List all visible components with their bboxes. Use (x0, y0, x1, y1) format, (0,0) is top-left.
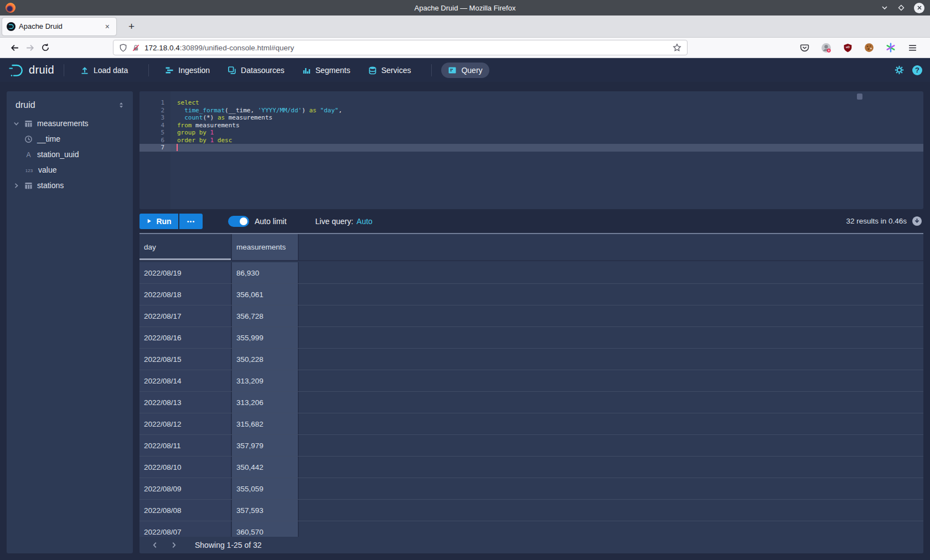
next-page-icon[interactable] (166, 538, 182, 552)
table-row: 2022/08/08357,593 (140, 500, 923, 521)
cell-day: 2022/08/16 (140, 327, 232, 348)
bookmark-star-icon[interactable] (673, 43, 681, 52)
table-row: 2022/08/12315,682 (140, 413, 923, 435)
cell-filler (299, 284, 923, 305)
nav-item-load-data[interactable]: Load data (74, 63, 135, 78)
nav-item-label: Load data (94, 66, 128, 75)
tree-item--time[interactable]: __time (7, 131, 133, 147)
url-path: :30899/unified-console.html#query (180, 44, 294, 52)
account-icon[interactable] (818, 40, 834, 55)
code-line (177, 144, 923, 152)
tree-item-value[interactable]: 123value (7, 162, 133, 178)
nav-item-label: Datasources (241, 66, 285, 75)
nav-item-query[interactable]: Query (441, 63, 489, 78)
gear-icon[interactable] (894, 65, 905, 75)
editor-scrollbar-thumb[interactable] (857, 94, 862, 100)
column-header-day[interactable]: day (140, 234, 232, 260)
live-query-value[interactable]: Auto (356, 217, 373, 226)
navigation-toolbar: 172.18.0.4:30899/unified-console.html#qu… (0, 38, 930, 58)
code-line: time_format(__time, 'YYYY/MM/dd') as "da… (177, 107, 923, 115)
cell-filler (299, 349, 923, 370)
nav-item-label: Query (461, 66, 482, 75)
cell-day: 2022/08/11 (140, 435, 232, 456)
code-line: count(*) as measurements (177, 114, 923, 122)
asterisk-extension-icon[interactable] (883, 40, 898, 55)
nav-item-segments[interactable]: Segments (296, 63, 357, 78)
tab-apache-druid[interactable]: Apache Druid × (2, 18, 116, 35)
nav-item-services[interactable]: Services (361, 63, 418, 78)
cell-filler (299, 457, 923, 478)
cell-measurements: 355,059 (232, 478, 299, 499)
maximize-icon[interactable] (897, 4, 905, 12)
table-row: 2022/08/13313,206 (140, 392, 923, 413)
sql-editor[interactable]: 1234567 select time_format(__time, 'YYYY… (140, 91, 923, 209)
forward-icon[interactable] (22, 40, 38, 55)
druid-logo[interactable]: druid (8, 62, 54, 79)
insecure-lock-icon[interactable] (132, 44, 140, 52)
table-row: 2022/08/09355,059 (140, 478, 923, 500)
back-icon[interactable] (7, 40, 22, 55)
column-header-measurements[interactable]: measurements (232, 234, 299, 260)
cell-day: 2022/08/14 (140, 370, 232, 391)
nav-item-datasources[interactable]: Datasources (221, 63, 291, 78)
ublock-icon[interactable]: uO (840, 40, 855, 55)
tree-item-station-uuid[interactable]: Astation_uuid (7, 147, 133, 162)
auto-limit-toggle[interactable] (228, 216, 249, 227)
reload-icon[interactable] (38, 40, 53, 55)
tab-close-icon[interactable]: × (103, 22, 112, 31)
cookie-extension-icon[interactable] (861, 40, 877, 55)
tree-item-stations[interactable]: stations (7, 178, 133, 193)
sql-code[interactable]: select time_format(__time, 'YYYY/MM/dd')… (170, 91, 923, 209)
line-number: 2 (140, 107, 170, 115)
divider (148, 64, 149, 76)
help-icon[interactable]: ? (912, 65, 922, 75)
cell-day: 2022/08/07 (140, 521, 232, 537)
menu-icon[interactable] (905, 40, 920, 55)
svg-text:123: 123 (25, 168, 33, 173)
table-row: 2022/08/14313,209 (140, 370, 923, 392)
string-icon: A (24, 151, 33, 159)
table-row: 2022/08/10350,442 (140, 457, 923, 478)
table-row: 2022/08/18356,061 (140, 284, 923, 305)
cell-day: 2022/08/12 (140, 413, 232, 434)
query-icon (448, 66, 457, 75)
cell-day: 2022/08/15 (140, 349, 232, 370)
new-tab-button[interactable]: + (125, 20, 138, 33)
auto-limit-label[interactable]: Auto limit (255, 217, 287, 226)
run-bar: Run ••• Auto limit Live query: Auto 32 r… (140, 209, 923, 233)
play-icon (146, 218, 152, 224)
run-button[interactable]: Run (140, 214, 178, 229)
code-line: select (177, 99, 923, 107)
text-cursor (177, 144, 178, 151)
cell-filler (299, 478, 923, 499)
cell-filler (299, 370, 923, 391)
brand-name: druid (29, 64, 54, 76)
code-line: from measurements (177, 122, 923, 129)
tree-item-measurements[interactable]: measurements (7, 116, 133, 131)
minimize-icon[interactable] (881, 4, 888, 12)
results-table: day measurements 2022/08/1986,9302022/08… (140, 233, 923, 553)
download-icon[interactable] (912, 216, 922, 226)
cell-measurements: 356,061 (232, 284, 299, 305)
schema-selector[interactable]: druid (7, 91, 133, 116)
url-bar[interactable]: 172.18.0.4:30899/unified-console.html#qu… (113, 40, 688, 55)
cell-filler (299, 435, 923, 456)
chevron-right-icon (12, 182, 20, 189)
run-more-button[interactable]: ••• (179, 214, 203, 229)
pocket-icon[interactable] (797, 40, 812, 55)
table-icon (24, 182, 33, 190)
previous-page-icon[interactable] (147, 538, 163, 552)
divider (431, 64, 432, 76)
load-data-icon (80, 66, 89, 75)
number-icon: 123 (24, 166, 34, 174)
results-header: day measurements (140, 234, 923, 261)
svg-text:A: A (26, 151, 31, 158)
close-icon[interactable] (914, 3, 924, 13)
double-caret-vertical-icon[interactable] (117, 101, 125, 109)
tracking-protection-icon[interactable] (119, 44, 127, 52)
tree-item-label: __time (37, 134, 60, 143)
cell-day: 2022/08/13 (140, 392, 232, 413)
table-row: 2022/08/16355,999 (140, 327, 923, 349)
segments-icon (302, 66, 311, 75)
nav-item-ingestion[interactable]: Ingestion (158, 63, 216, 78)
